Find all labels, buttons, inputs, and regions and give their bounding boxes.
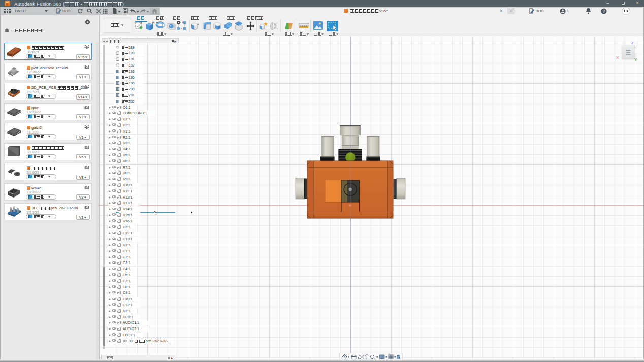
svg-text:?: ? bbox=[602, 9, 605, 14]
